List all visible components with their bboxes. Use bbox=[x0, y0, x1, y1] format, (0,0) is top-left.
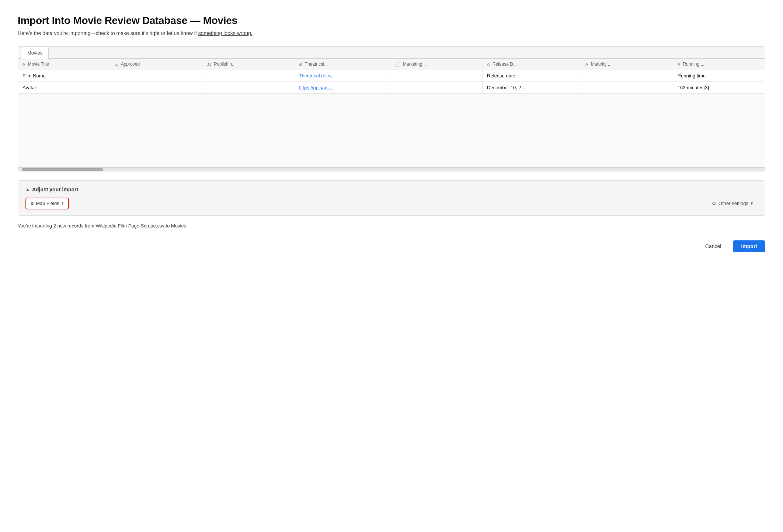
calendar-icon-publishing: 31 bbox=[207, 62, 211, 66]
cell-theatrical-1: Theatrical relea... bbox=[294, 70, 390, 82]
theatrical-link-1[interactable]: Theatrical relea... bbox=[299, 73, 335, 79]
cell-publishing-2 bbox=[202, 82, 294, 94]
cell-publishing-1 bbox=[202, 70, 294, 82]
col-marketing-label: Marketing... bbox=[403, 62, 426, 67]
cell-running-1: Running time bbox=[673, 70, 765, 82]
col-publishing: 31 Publishin... bbox=[202, 59, 294, 70]
table-scroll[interactable]: A Movie Title ☑ Approved 31 Publishin...… bbox=[18, 59, 765, 171]
col-running: A Running ... bbox=[673, 59, 765, 70]
col-publishing-label: Publishin... bbox=[214, 62, 236, 67]
subtitle: Here's the data you're importing—check t… bbox=[18, 30, 765, 36]
check-icon-approved: ☑ bbox=[115, 62, 118, 66]
other-settings-label: Other settings bbox=[718, 201, 748, 206]
tab-movies[interactable]: Movies bbox=[21, 47, 49, 59]
map-fields-icon: ≡ bbox=[31, 201, 34, 206]
cell-maturity-2 bbox=[581, 82, 673, 94]
horizontal-scrollbar[interactable] bbox=[18, 167, 765, 171]
gear-icon: ⚙ bbox=[712, 201, 716, 206]
chevron-down-icon-other: ▾ bbox=[751, 201, 753, 206]
table-row: Avatar https://upload.... December 10, 2… bbox=[18, 82, 765, 94]
subtitle-text: Here's the data you're importing—check t… bbox=[18, 30, 197, 36]
chevron-up-icon: ▲ bbox=[25, 187, 30, 192]
cell-movie-title-2: Avatar bbox=[18, 82, 110, 94]
theatrical-link-2[interactable]: https://upload.... bbox=[299, 85, 333, 90]
data-table: A Movie Title ☑ Approved 31 Publishin...… bbox=[18, 59, 765, 167]
cancel-button[interactable]: Cancel bbox=[698, 240, 729, 252]
text-icon-movie-title: A bbox=[22, 62, 25, 66]
cell-release-date-1: Release date bbox=[483, 70, 581, 82]
other-settings-button[interactable]: ⚙ Other settings ▾ bbox=[707, 198, 758, 208]
empty-space bbox=[18, 94, 765, 167]
scrollbar-thumb[interactable] bbox=[22, 168, 103, 171]
adjust-section: ▲ Adjust your import ≡ Map Fields ▾ ⚙ Ot… bbox=[18, 180, 765, 216]
cell-release-date-2: December 10, 2... bbox=[483, 82, 581, 94]
footer-actions: Cancel Import bbox=[18, 240, 765, 252]
col-approved-label: Approved bbox=[121, 62, 140, 67]
adjust-header-label: Adjust your import bbox=[32, 187, 78, 192]
cell-running-2: 162 minutes[3] bbox=[673, 82, 765, 94]
col-movie-title: A Movie Title bbox=[18, 59, 110, 70]
cell-maturity-1 bbox=[581, 70, 673, 82]
col-theatrical-label: Theatrical... bbox=[305, 62, 328, 67]
import-info: You're importing 2 new records from Wiki… bbox=[18, 223, 765, 229]
page-title: Import Into Movie Review Database — Movi… bbox=[18, 15, 765, 27]
col-release-date: A Release D... bbox=[483, 59, 581, 70]
col-running-label: Running ... bbox=[683, 62, 704, 67]
cell-marketing-2 bbox=[390, 82, 483, 94]
cell-marketing-1 bbox=[390, 70, 483, 82]
text-icon-running: A bbox=[678, 62, 680, 66]
col-maturity: A Maturity ... bbox=[581, 59, 673, 70]
text-icon-release-date: A bbox=[487, 62, 490, 66]
chevron-down-icon: ▾ bbox=[62, 201, 64, 206]
col-theatrical: ⊞ Theatrical... bbox=[294, 59, 390, 70]
col-maturity-label: Maturity ... bbox=[591, 62, 612, 67]
col-movie-title-label: Movie Title bbox=[28, 62, 49, 67]
tabs-bar: Movies bbox=[18, 47, 765, 59]
empty-row bbox=[18, 94, 765, 167]
map-fields-label: Map Fields bbox=[36, 201, 59, 206]
grid-icon-theatrical: ⊞ bbox=[299, 62, 302, 66]
cell-approved-2 bbox=[110, 82, 202, 94]
adjust-controls: ≡ Map Fields ▾ ⚙ Other settings ▾ bbox=[25, 198, 758, 209]
adjust-header: ▲ Adjust your import bbox=[25, 187, 758, 192]
map-fields-button[interactable]: ≡ Map Fields ▾ bbox=[25, 198, 69, 209]
table-header-row: A Movie Title ☑ Approved 31 Publishin...… bbox=[18, 59, 765, 70]
cell-approved-1 bbox=[110, 70, 202, 82]
col-approved: ☑ Approved bbox=[110, 59, 202, 70]
import-button[interactable]: Import bbox=[733, 240, 765, 252]
doc-icon-marketing: 📄 bbox=[395, 62, 400, 66]
col-release-date-label: Release D... bbox=[493, 62, 517, 67]
data-table-container: Movies A Movie Title ☑ Approved 31 Publi… bbox=[18, 46, 765, 171]
cell-movie-title-1: Film Name bbox=[18, 70, 110, 82]
col-marketing: 📄 Marketing... bbox=[390, 59, 483, 70]
text-icon-maturity: A bbox=[585, 62, 588, 66]
table-row: Film Name Theatrical relea... Release da… bbox=[18, 70, 765, 82]
cell-theatrical-2: https://upload.... bbox=[294, 82, 390, 94]
something-looks-wrong-link[interactable]: something looks wrong. bbox=[198, 30, 253, 36]
